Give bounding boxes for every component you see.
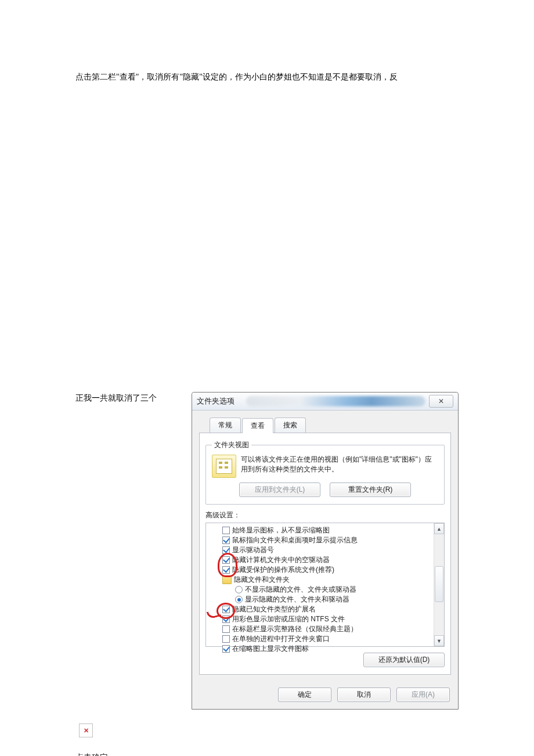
checkbox-icon[interactable] [222,537,230,544]
adv-item[interactable]: 鼠标指向文件夹和桌面项时显示提示信息 [222,535,434,545]
scroll-down-icon[interactable]: ▼ [434,635,444,646]
reset-folders-button[interactable]: 重置文件夹(R) [330,483,411,497]
restore-defaults-button[interactable]: 还原为默认值(D) [363,653,445,667]
adv-item[interactable]: 隐藏受保护的操作系统文件(推荐) [222,565,434,575]
adv-item-label: 鼠标指向文件夹和桌面项时显示提示信息 [232,535,358,545]
adv-item-label: 隐藏文件和文件夹 [234,575,290,585]
radio-icon[interactable] [235,586,243,593]
cancel-button[interactable]: 取消 [337,687,391,702]
checkbox-icon[interactable] [222,635,230,643]
adv-item-label: 不显示隐藏的文件、文件夹或驱动器 [245,585,356,595]
adv-item-label: 隐藏受保护的操作系统文件(推荐) [232,565,334,575]
checkbox-icon[interactable] [222,625,230,633]
close-icon: ✕ [438,397,444,405]
adv-item[interactable]: 隐藏文件和文件夹 [222,575,434,585]
advanced-settings-list: 始终显示图标，从不显示缩略图鼠标指向文件夹和桌面项时显示提示信息显示驱动器号隐藏… [205,523,445,647]
adv-item[interactable]: 用彩色显示加密或压缩的 NTFS 文件 [222,614,434,624]
checkbox-icon[interactable] [222,556,230,564]
folder-view-legend: 文件夹视图 [212,440,251,450]
adv-item[interactable]: 隐藏计算机文件夹中的空驱动器 [222,555,434,565]
adv-item[interactable]: 始终显示图标，从不显示缩略图 [222,525,434,535]
dialog-title: 文件夹选项 [197,396,234,406]
scrollbar[interactable]: ▲ ▼ [434,523,444,646]
checkbox-icon[interactable] [222,615,230,623]
checkbox-icon[interactable] [222,606,230,613]
radio-icon[interactable] [235,596,243,603]
adv-item-label: 显示驱动器号 [232,545,274,555]
adv-item[interactable]: 显示驱动器号 [222,545,434,555]
folder-view-group: 文件夹视图 可以将该文件夹正在使用的视图（例如"详细信息"或"图标"）应用到所有… [205,440,445,505]
ok-button[interactable]: 确定 [278,687,331,702]
apply-button[interactable]: 应用(A) [396,687,450,702]
tab-general[interactable]: 常规 [210,417,241,433]
adv-item[interactable]: 在标题栏显示完整路径（仅限经典主题） [222,624,434,634]
dialog-footer: 确定 取消 应用(A) [192,682,458,709]
tab-panel-view: 文件夹视图 可以将该文件夹正在使用的视图（例如"详细信息"或"图标"）应用到所有… [199,433,451,675]
dialog-tabs: 常规 查看 搜索 [210,417,451,433]
scroll-up-icon[interactable]: ▲ [434,523,444,534]
tab-search[interactable]: 搜索 [275,417,306,433]
adv-item-label: 始终显示图标，从不显示缩略图 [232,525,330,535]
scroll-track[interactable] [434,534,444,635]
adv-item-label: 在缩略图上显示文件图标 [232,644,309,654]
checkbox-icon[interactable] [222,546,230,554]
paragraph-top: 点击第二栏"查看"，取消所有"隐藏"设定的，作为小白的梦姐也不知道是不是都要取消… [75,70,459,84]
dialog-titlebar: 文件夹选项 ✕ [192,393,458,411]
adv-item-label: 隐藏计算机文件夹中的空驱动器 [232,555,330,565]
folder-icon [222,576,232,584]
folder-options-dialog: 文件夹选项 ✕ 常规 查看 搜索 文件夹视图 [192,392,459,710]
adv-item-label: 隐藏已知文件类型的扩展名 [232,604,316,614]
close-button[interactable]: ✕ [429,395,453,408]
titlebar-blur [246,396,425,406]
adv-item[interactable]: 隐藏已知文件类型的扩展名 [222,604,434,614]
scroll-thumb[interactable] [435,566,443,602]
apply-to-folders-button[interactable]: 应用到文件夹(L) [239,483,320,497]
adv-item[interactable]: 显示隐藏的文件、文件夹和驱动器 [222,595,434,604]
adv-item-label: 在单独的进程中打开文件夹窗口 [232,634,330,644]
checkbox-icon[interactable] [222,566,230,574]
tab-view[interactable]: 查看 [242,418,273,433]
adv-item[interactable]: 在缩略图上显示文件图标 [222,644,434,654]
checkbox-icon[interactable] [222,527,230,534]
folder-view-icon [212,455,236,478]
broken-image-icon [79,723,93,737]
checkbox-icon[interactable] [222,645,230,653]
folder-view-desc: 可以将该文件夹正在使用的视图（例如"详细信息"或"图标"）应用到所有这种类型的文… [241,455,438,474]
adv-item[interactable]: 在单独的进程中打开文件夹窗口 [222,634,434,644]
adv-item-label: 显示隐藏的文件、文件夹和驱动器 [245,595,349,604]
adv-item[interactable]: 不显示隐藏的文件、文件夹或驱动器 [222,585,434,595]
paragraph-confirm: 点击确定 [75,750,459,756]
adv-item-label: 用彩色显示加密或压缩的 NTFS 文件 [232,614,345,624]
adv-item-label: 在标题栏显示完整路径（仅限经典主题） [232,624,358,634]
advanced-settings-label: 高级设置： [205,510,445,520]
